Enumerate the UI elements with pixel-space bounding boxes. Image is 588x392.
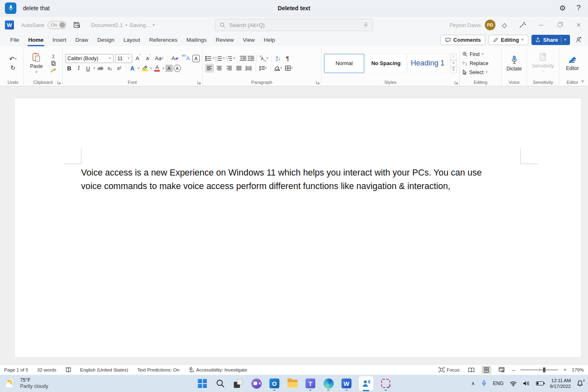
redo-button[interactable]: ↻: [10, 64, 16, 72]
character-border-button[interactable]: A: [192, 55, 200, 62]
find-button[interactable]: Find˅: [462, 50, 499, 58]
align-left-button[interactable]: [205, 64, 214, 72]
bold-button[interactable]: B: [65, 64, 74, 73]
style-no-spacing[interactable]: No Spacing: [366, 54, 406, 73]
tab-mailings[interactable]: Mailings: [182, 34, 211, 46]
volume-icon[interactable]: [523, 381, 530, 386]
accessibility-status[interactable]: Accessibility: Investigate: [188, 367, 247, 372]
zoom-level[interactable]: 179%: [572, 367, 584, 372]
underline-options-chevron[interactable]: ˅: [93, 67, 95, 70]
user-name[interactable]: Peyton Davis: [449, 22, 481, 28]
cut-button[interactable]: ✂: [50, 54, 57, 59]
read-mode-button[interactable]: [466, 366, 476, 374]
zoom-out-button[interactable]: –: [512, 367, 515, 373]
align-right-button[interactable]: [225, 64, 233, 72]
increase-indent-button[interactable]: [247, 56, 254, 61]
bullets-button[interactable]: [205, 56, 212, 61]
tab-view[interactable]: View: [238, 34, 259, 46]
subscript-button[interactable]: x₂: [106, 64, 114, 73]
web-layout-button[interactable]: [497, 366, 507, 374]
taskbar-chat-button[interactable]: [250, 375, 262, 392]
styles-scroll-up[interactable]: ˄: [450, 54, 457, 60]
zoom-slider[interactable]: [520, 369, 558, 370]
editing-mode-button[interactable]: Editing ˅: [488, 35, 528, 45]
editor-button[interactable]: Editor: [563, 54, 581, 72]
align-center-button[interactable]: [215, 64, 224, 72]
paragraph-dialog-launcher[interactable]: [316, 81, 320, 84]
taskbar-outlook-button[interactable]: O: [268, 375, 280, 392]
document-page[interactable]: Voice access is a new Experience on Wind…: [14, 98, 581, 358]
format-painter-button[interactable]: [50, 68, 57, 73]
font-color-button[interactable]: A: [153, 64, 161, 73]
notification-bell-icon[interactable]: z: [577, 380, 583, 387]
multilevel-list-button[interactable]: 1ai: [226, 56, 232, 61]
language-indicator[interactable]: English (United States): [80, 367, 129, 372]
select-button[interactable]: Select˅: [462, 68, 499, 76]
font-dialog-launcher[interactable]: [197, 81, 201, 84]
close-button[interactable]: ✕: [569, 16, 588, 34]
copy-button[interactable]: [51, 61, 56, 66]
proofing-icon[interactable]: [66, 367, 71, 373]
user-avatar[interactable]: PD: [485, 20, 495, 30]
justify-button[interactable]: [235, 64, 243, 72]
voice-help-icon[interactable]: ?: [577, 4, 581, 12]
taskbar-snip-button[interactable]: ✂: [380, 375, 392, 392]
taskbar-file-explorer-button[interactable]: [286, 375, 299, 392]
asian-layout-button[interactable]: A˅: [259, 54, 269, 63]
strikethrough-button[interactable]: ab: [96, 64, 105, 73]
tab-file[interactable]: File: [6, 34, 24, 46]
taskbar-voice-access-button[interactable]: [358, 375, 374, 392]
taskbar-teams-button[interactable]: T: [304, 375, 317, 392]
tab-draw[interactable]: Draw: [71, 34, 93, 46]
numbering-chevron[interactable]: ˅: [223, 56, 225, 60]
comments-button[interactable]: Comments: [441, 35, 485, 45]
weather-widget[interactable]: 75°FPartly cloudy: [5, 377, 48, 390]
taskbar-word-button[interactable]: W: [340, 375, 353, 392]
magic-wand-icon[interactable]: [513, 16, 531, 34]
tray-clock[interactable]: 12:11 AM 9/17/2022: [550, 378, 571, 389]
taskbar-edge-button[interactable]: [322, 375, 335, 392]
battery-icon[interactable]: [536, 381, 544, 385]
voice-access-mic-button[interactable]: [5, 2, 16, 14]
document-title[interactable]: Document2.1 • Saving... ˅: [91, 22, 155, 28]
tab-design[interactable]: Design: [93, 34, 119, 46]
focus-button[interactable]: Focus: [439, 367, 459, 372]
taskbar-search-button[interactable]: [214, 375, 226, 392]
clipboard-dialog-launcher[interactable]: [57, 81, 61, 84]
show-hide-pilcrow-button[interactable]: ¶: [283, 54, 292, 63]
superscript-button[interactable]: x²: [115, 64, 124, 73]
styles-scroll-down[interactable]: ˅: [450, 60, 457, 67]
clear-formatting-button[interactable]: A: [171, 54, 179, 63]
italic-button[interactable]: I: [75, 64, 83, 73]
undo-button[interactable]: ↶˅: [9, 55, 17, 63]
underline-button[interactable]: U: [84, 64, 93, 73]
styles-dialog-launcher[interactable]: [455, 81, 458, 84]
tab-home[interactable]: Home: [24, 34, 48, 46]
text-effects-chevron[interactable]: ˅: [138, 67, 140, 70]
numbering-button[interactable]: 123: [215, 56, 222, 61]
restore-button[interactable]: [550, 16, 569, 34]
sort-button[interactable]: AZ↓: [274, 54, 283, 63]
minimize-button[interactable]: [531, 16, 550, 34]
tray-language[interactable]: ENG: [493, 381, 504, 386]
style-heading1[interactable]: Heading 1: [407, 54, 448, 73]
word-count[interactable]: 32 words: [37, 367, 57, 372]
share-button[interactable]: Share ˅: [531, 35, 570, 45]
highlight-button[interactable]: [140, 64, 149, 73]
tray-show-hidden-chevron[interactable]: ∧: [471, 381, 475, 386]
shrink-font-button[interactable]: Aˇ: [144, 54, 153, 63]
zoom-slider-handle[interactable]: [543, 367, 545, 372]
zoom-in-button[interactable]: +: [563, 367, 567, 373]
tab-help[interactable]: Help: [259, 34, 280, 46]
taskbar-start-button[interactable]: [196, 375, 208, 392]
decrease-indent-button[interactable]: [240, 56, 247, 61]
voice-settings-gear-icon[interactable]: ⚙: [559, 4, 566, 13]
tab-layout[interactable]: Layout: [119, 34, 145, 46]
save-button[interactable]: [73, 21, 80, 29]
search-input[interactable]: Search (Alt+Q): [215, 19, 373, 31]
tab-review[interactable]: Review: [211, 34, 238, 46]
text-predictions[interactable]: Text Predictions: On: [137, 367, 179, 372]
paste-button[interactable]: Paste ˅: [28, 52, 45, 75]
tab-references[interactable]: References: [145, 34, 182, 46]
page-indicator[interactable]: Page 1 of 5: [4, 367, 28, 372]
